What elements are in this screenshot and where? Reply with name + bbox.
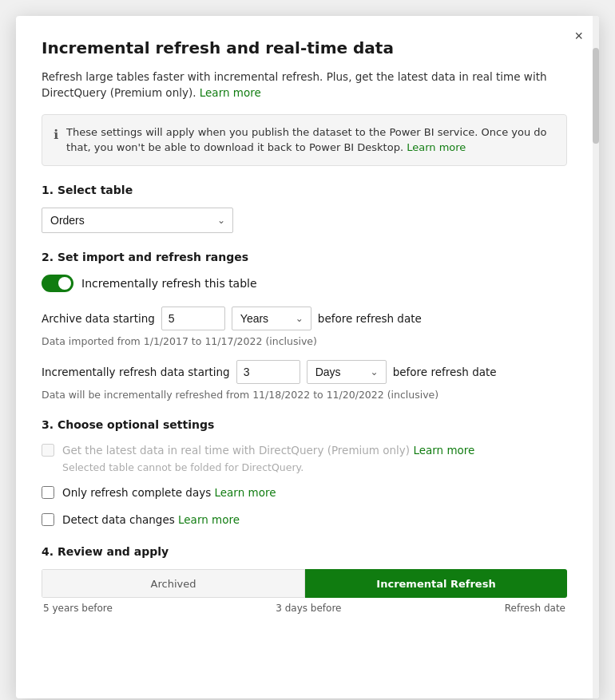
archive-range-row: Archive data starting Days Months Years … [42, 306, 567, 330]
scrollbar[interactable] [593, 16, 599, 698]
detect-changes-row: Detect data changes Learn more [42, 512, 567, 528]
archive-suffix: before refresh date [318, 312, 422, 325]
detect-changes-checkbox[interactable] [42, 513, 54, 526]
section-review: 4. Review and apply Archived Incremental… [42, 545, 567, 614]
toggle-row: Incrementally refresh this table [42, 275, 567, 292]
incremental-segment: Incremental Refresh [305, 569, 567, 598]
directquery-learn-more-link[interactable]: Learn more [413, 444, 474, 457]
incremental-toggle[interactable] [42, 275, 73, 292]
incremental-label: Incrementally refresh data starting [42, 366, 230, 378]
archived-segment: Archived [42, 569, 305, 598]
complete-days-row: Only refresh complete days Learn more [42, 484, 567, 500]
table-select-wrapper: Orders ⌄ [42, 208, 233, 233]
complete-days-learn-more-link[interactable]: Learn more [214, 486, 276, 499]
directquery-label: Get the latest data in real time with Di… [62, 442, 474, 458]
section4-heading: 4. Review and apply [42, 545, 567, 558]
section1-heading: 1. Select table [42, 184, 567, 196]
section3-heading: 3. Choose optional settings [42, 418, 567, 431]
timeline-bar: Archived Incremental Refresh [42, 569, 567, 598]
timeline-label-left: 5 years before [43, 603, 113, 614]
scrollbar-thumb[interactable] [593, 48, 599, 144]
toggle-track[interactable] [42, 275, 73, 292]
archive-unit-select[interactable]: Days Months Years [232, 306, 311, 330]
info-icon: ℹ [54, 125, 58, 156]
directquery-disabled-note: Selected table cannot be folded for Dire… [62, 461, 567, 473]
detect-changes-learn-more-link[interactable]: Learn more [178, 513, 240, 526]
timeline-label-center: 3 days before [276, 603, 341, 614]
directquery-row: Get the latest data in real time with Di… [42, 442, 567, 458]
table-select[interactable]: Orders [42, 208, 233, 233]
detect-changes-label: Detect data changes Learn more [62, 512, 240, 528]
section-import-refresh: 2. Set import and refresh ranges Increme… [42, 251, 567, 401]
toggle-label: Incrementally refresh this table [81, 277, 257, 290]
archive-label: Archive data starting [42, 312, 155, 325]
dialog-description: Refresh large tables faster with increme… [42, 69, 567, 101]
section-optional-settings: 3. Choose optional settings Get the late… [42, 418, 567, 528]
archive-unit-wrapper: Days Months Years ⌄ [232, 306, 311, 330]
archive-number-input[interactable] [161, 306, 225, 330]
incremental-info: Data will be incrementally refreshed fro… [42, 389, 567, 401]
incremental-number-input[interactable] [236, 360, 300, 384]
timeline-labels: 5 years before 3 days before Refresh dat… [42, 603, 567, 614]
directquery-checkbox[interactable] [42, 444, 54, 457]
section-select-table: 1. Select table Orders ⌄ [42, 184, 567, 233]
toggle-thumb [58, 277, 71, 290]
info-box: ℹ These settings will apply when you pub… [42, 114, 567, 166]
dialog: × Incremental refresh and real-time data… [16, 16, 599, 698]
info-text: These settings will apply when you publi… [66, 125, 555, 156]
complete-days-checkbox[interactable] [42, 486, 54, 499]
section2-heading: 2. Set import and refresh ranges [42, 251, 567, 263]
dialog-title: Incremental refresh and real-time data [42, 38, 567, 57]
incremental-range-row: Incrementally refresh data starting Days… [42, 360, 567, 384]
complete-days-label: Only refresh complete days Learn more [62, 484, 276, 500]
incremental-unit-wrapper: Days Months Years ⌄ [307, 360, 387, 384]
timeline-label-right: Refresh date [505, 603, 565, 614]
info-learn-more-link[interactable]: Learn more [407, 141, 466, 153]
close-button[interactable]: × [574, 29, 583, 43]
description-learn-more-link[interactable]: Learn more [200, 86, 261, 99]
archive-info: Data imported from 1/1/2017 to 11/17/202… [42, 335, 567, 347]
incremental-unit-select[interactable]: Days Months Years [307, 360, 387, 384]
incremental-suffix: before refresh date [393, 366, 497, 378]
